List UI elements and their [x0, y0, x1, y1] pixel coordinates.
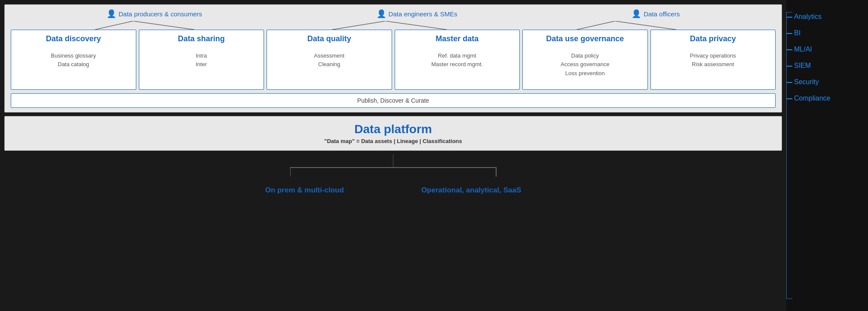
sidebar-item-bi[interactable]: BI — [786, 25, 868, 41]
svg-line-2 — [332, 21, 386, 30]
persona-icon-engineers: 👤 — [377, 9, 386, 18]
vertical-line-top — [393, 154, 394, 167]
card-master-data: Master data Ref. data mgmt Master record… — [395, 30, 520, 90]
svg-line-4 — [577, 21, 615, 30]
governance-section: 👤 Data producers & consumers 👤 Data engi… — [4, 4, 782, 113]
cards-row: Data discovery Business glossary Data ca… — [11, 30, 776, 90]
sidebar-item-analytics[interactable]: Analytics — [786, 9, 868, 25]
persona-label-producers: Data producers & consumers — [119, 10, 202, 18]
publish-bar: Publish, Discover & Curate — [11, 93, 776, 108]
card-data-privacy: Data privacy Privacy operations Risk ass… — [650, 30, 776, 90]
card-title-data-discovery: Data discovery — [46, 34, 101, 44]
sources-section: On prem & multi-cloud Operational, analy… — [4, 154, 782, 195]
svg-line-1 — [133, 21, 194, 30]
persona-label-officers: Data officers — [644, 10, 680, 18]
sidebar-label-bi: BI — [794, 29, 801, 37]
card-subtitle-data-discovery: Business glossary Data catalog — [51, 52, 96, 70]
platform-section: Data platform "Data map" = Data assets |… — [4, 116, 782, 151]
persona-producers: 👤 Data producers & consumers — [107, 9, 202, 18]
card-subtitle-master-data: Ref. data mgmt Master record mgmt. — [431, 52, 483, 70]
sidebar-item-ml-ai[interactable]: ML/AI — [786, 41, 868, 58]
card-data-quality: Data quality Assessment Cleaning — [267, 30, 392, 90]
personas-row: 👤 Data producers & consumers 👤 Data engi… — [11, 9, 776, 18]
card-title-data-sharing: Data sharing — [178, 34, 225, 44]
card-subtitle-data-quality: Assessment Cleaning — [314, 52, 344, 70]
card-title-data-privacy: Data privacy — [690, 34, 736, 44]
sidebar-label-analytics: Analytics — [794, 13, 822, 20]
source-operational: Operational, analytical, SaaS — [421, 186, 521, 195]
card-title-data-quality: Data quality — [307, 34, 351, 44]
main-area: 👤 Data producers & consumers 👤 Data engi… — [0, 0, 786, 311]
persona-icon-officers: 👤 — [632, 9, 641, 18]
sidebar-label-compliance: Compliance — [794, 95, 830, 102]
source-labels: On prem & multi-cloud Operational, analy… — [265, 186, 521, 195]
persona-engineers: 👤 Data engineers & SMEs — [377, 9, 457, 18]
sidebar-item-security[interactable]: Security — [786, 74, 868, 90]
sidebar-item-compliance[interactable]: Compliance — [786, 90, 868, 107]
persona-officers: 👤 Data officers — [632, 9, 680, 18]
card-subtitle-data-sharing: Intra Inter — [196, 52, 207, 70]
svg-line-3 — [386, 21, 447, 30]
svg-line-0 — [95, 21, 133, 30]
sidebar-label-siem: SIEM — [794, 62, 811, 69]
svg-line-5 — [615, 21, 676, 30]
platform-subtitle: "Data map" = Data assets | Lineage | Cla… — [13, 138, 773, 144]
card-title-data-use-governance: Data use governance — [546, 34, 624, 44]
connector-lines — [11, 21, 776, 30]
platform-title: Data platform — [13, 122, 773, 136]
card-title-master-data: Master data — [436, 34, 478, 44]
sidebar-item-siem[interactable]: SIEM — [786, 58, 868, 74]
persona-label-engineers: Data engineers & SMEs — [389, 10, 457, 18]
card-data-discovery: Data discovery Business glossary Data ca… — [11, 30, 136, 90]
sidebar-label-security: Security — [794, 78, 819, 85]
persona-icon-producers: 👤 — [107, 9, 116, 18]
card-subtitle-data-use-governance: Data policy Access governance Loss preve… — [561, 52, 609, 78]
sidebar-items: Analytics BI ML/AI SIEM Security Complia… — [786, 9, 868, 107]
card-subtitle-data-privacy: Privacy operations Risk assessment — [690, 52, 736, 70]
card-data-sharing: Data sharing Intra Inter — [139, 30, 264, 90]
source-on-prem: On prem & multi-cloud — [265, 186, 344, 195]
sidebar-label-ml-ai: ML/AI — [794, 46, 812, 53]
right-sidebar: Analytics BI ML/AI SIEM Security Complia… — [786, 0, 868, 311]
branch-container — [290, 167, 497, 177]
card-data-use-governance: Data use governance Data policy Access g… — [522, 30, 648, 90]
